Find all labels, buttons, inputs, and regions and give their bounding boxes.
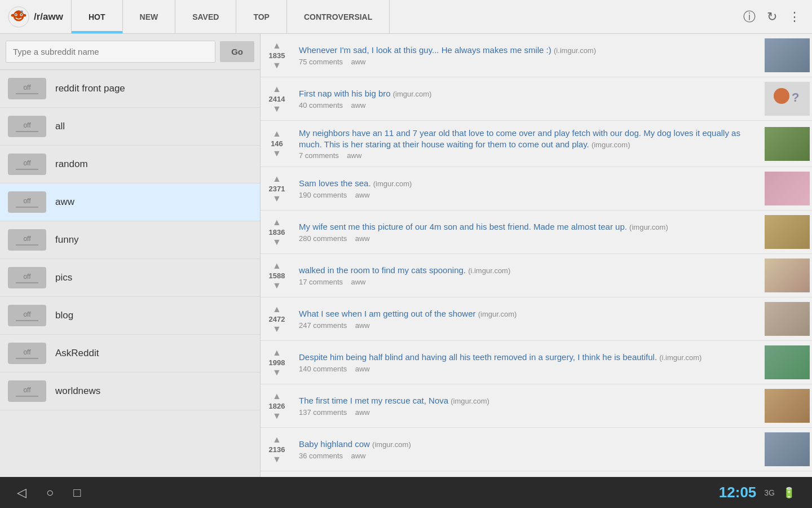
post-subreddit[interactable]: aww	[347, 151, 361, 160]
post-subreddit[interactable]: aww	[355, 191, 370, 199]
info-icon[interactable]: ⓘ	[743, 8, 756, 25]
sidebar-item-worldnews[interactable]: off worldnews	[0, 373, 260, 410]
downvote-button[interactable]: ▼	[272, 149, 281, 158]
back-button[interactable]: ◁	[17, 485, 27, 500]
upvote-button[interactable]: ▲	[272, 305, 281, 314]
post-title[interactable]: My neighbors have an 11 and 7 year old t…	[299, 128, 759, 150]
toggle-button[interactable]: off	[8, 267, 46, 288]
post-title[interactable]: Baby highland cow (imgur.com)	[299, 439, 759, 450]
logo-section[interactable]: /r/aww	[0, 0, 72, 33]
upvote-button[interactable]: ▲	[272, 261, 281, 270]
tab-saved[interactable]: SAVED	[175, 0, 236, 33]
post-comments[interactable]: 140 comments	[299, 365, 347, 373]
toggle-button[interactable]: off	[8, 380, 46, 402]
post-thumbnail[interactable]	[765, 345, 810, 379]
post-subreddit[interactable]: aww	[355, 321, 370, 330]
post-title[interactable]: Whenever I'm sad, I look at this guy... …	[299, 45, 759, 56]
post-item: ▲ 2371 ▼ Sam loves the sea. (imgur.com) …	[261, 167, 812, 211]
post-subreddit[interactable]: aww	[355, 234, 370, 243]
search-input[interactable]	[6, 41, 215, 63]
post-title[interactable]: What I see when I am getting out of the …	[299, 308, 759, 319]
sidebar-item-AskReddit[interactable]: off AskReddit	[0, 335, 260, 373]
toggle-button[interactable]: off	[8, 116, 46, 137]
sidebar-item-reddit-front-page[interactable]: off reddit front page	[0, 70, 260, 108]
sidebar-item-pics[interactable]: off pics	[0, 259, 260, 297]
svg-point-4	[15, 14, 16, 15]
toggle-line	[16, 396, 38, 397]
post-domain: (imgur.com)	[393, 90, 432, 98]
post-title[interactable]: First nap with his big bro (imgur.com)	[299, 88, 759, 99]
post-subreddit[interactable]: aww	[351, 101, 366, 110]
downvote-button[interactable]: ▼	[272, 104, 281, 113]
more-icon[interactable]: ⋮	[788, 10, 801, 24]
post-title[interactable]: The first time I met my rescue cat, Nova…	[299, 395, 759, 406]
post-subreddit[interactable]: aww	[351, 278, 366, 286]
toggle-button[interactable]: off	[8, 305, 46, 326]
sidebar-item-random[interactable]: off random	[0, 146, 260, 183]
toggle-label: off	[23, 273, 30, 281]
tab-top[interactable]: TOP	[236, 0, 287, 33]
upvote-button[interactable]: ▲	[272, 174, 281, 183]
tab-hot[interactable]: HOT	[72, 0, 123, 33]
tab-controversial[interactable]: CONTROVERSIAL	[287, 0, 390, 33]
upvote-button[interactable]: ▲	[272, 218, 281, 227]
post-comments[interactable]: 247 comments	[299, 321, 347, 330]
post-thumbnail[interactable]	[765, 38, 810, 72]
post-title[interactable]: Despite him being half blind and having …	[299, 352, 759, 363]
downvote-button[interactable]: ▼	[272, 61, 281, 70]
refresh-icon[interactable]: ↻	[767, 10, 777, 24]
post-comments[interactable]: 137 comments	[299, 408, 347, 417]
post-domain: (i.imgur.com)	[554, 46, 596, 55]
downvote-button[interactable]: ▼	[272, 368, 281, 377]
tab-new[interactable]: NEW	[123, 0, 176, 33]
toggle-button[interactable]: off	[8, 191, 46, 213]
toggle-button[interactable]: off	[8, 154, 46, 175]
post-comments[interactable]: 36 comments	[299, 452, 343, 460]
post-subreddit[interactable]: aww	[355, 365, 370, 373]
sidebar-item-aww[interactable]: off aww	[0, 183, 260, 221]
post-thumbnail[interactable]	[765, 215, 810, 249]
post-thumbnail[interactable]	[765, 172, 810, 205]
post-content: Baby highland cow (imgur.com) 36 comment…	[293, 436, 765, 462]
upvote-button[interactable]: ▲	[272, 41, 281, 50]
downvote-button[interactable]: ▼	[272, 325, 281, 334]
upvote-button[interactable]: ▲	[272, 435, 281, 444]
post-comments[interactable]: 17 comments	[299, 278, 343, 286]
post-thumbnail[interactable]	[765, 259, 810, 292]
post-comments[interactable]: 7 comments	[299, 151, 339, 160]
post-subreddit[interactable]: aww	[351, 452, 366, 460]
upvote-button[interactable]: ▲	[272, 348, 281, 357]
post-content: The first time I met my rescue cat, Nova…	[293, 393, 765, 419]
toggle-button[interactable]: off	[8, 78, 46, 99]
upvote-button[interactable]: ▲	[272, 129, 281, 138]
downvote-button[interactable]: ▼	[272, 411, 281, 421]
sidebar-item-blog[interactable]: off blog	[0, 297, 260, 335]
downvote-button[interactable]: ▼	[272, 238, 281, 247]
upvote-button[interactable]: ▲	[272, 392, 281, 401]
downvote-button[interactable]: ▼	[272, 281, 281, 290]
post-subreddit[interactable]: aww	[355, 408, 370, 417]
toggle-button[interactable]: off	[8, 343, 46, 364]
toggle-button[interactable]: off	[8, 229, 46, 251]
downvote-button[interactable]: ▼	[272, 455, 281, 464]
post-comments[interactable]: 280 comments	[299, 234, 347, 243]
post-comments[interactable]: 190 comments	[299, 191, 347, 199]
post-title[interactable]: My wife sent me this picture of our 4m s…	[299, 221, 759, 233]
downvote-button[interactable]: ▼	[272, 194, 281, 203]
post-title[interactable]: Sam loves the sea. (imgur.com)	[299, 178, 759, 189]
post-comments[interactable]: 75 comments	[299, 58, 343, 66]
post-thumbnail[interactable]	[765, 302, 810, 336]
post-thumbnail[interactable]	[765, 389, 810, 423]
post-subreddit[interactable]: aww	[351, 58, 366, 66]
go-button[interactable]: Go	[220, 41, 254, 62]
sidebar-item-funny[interactable]: off funny	[0, 221, 260, 259]
post-title[interactable]: walked in the room to find my cats spoon…	[299, 265, 759, 276]
home-button[interactable]: ○	[46, 485, 54, 500]
upvote-button[interactable]: ▲	[272, 85, 281, 94]
post-comments[interactable]: 40 comments	[299, 101, 343, 110]
post-thumbnail[interactable]	[765, 432, 810, 466]
recent-apps-button[interactable]: □	[73, 485, 81, 500]
post-thumbnail[interactable]: ?	[765, 82, 810, 116]
sidebar-item-all[interactable]: off all	[0, 108, 260, 146]
post-thumbnail[interactable]	[765, 127, 810, 161]
